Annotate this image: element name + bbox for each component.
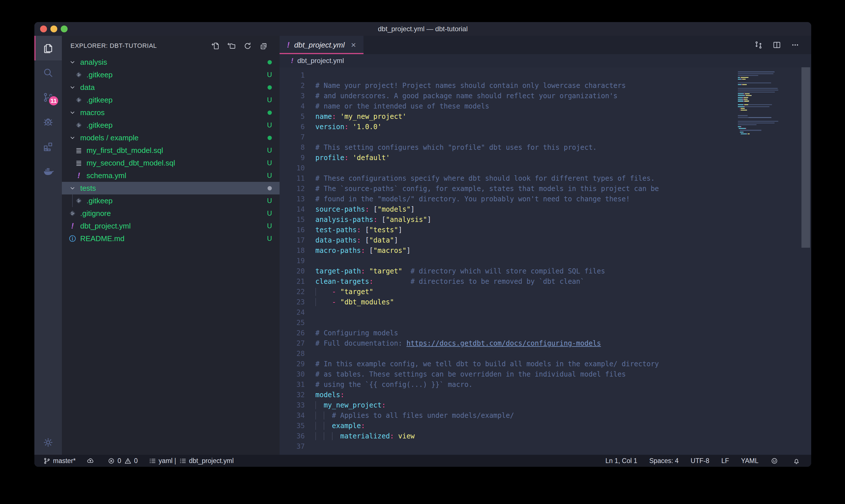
status-cursor-position[interactable]: Ln 1, Col 1 <box>606 457 637 465</box>
status-linter-status[interactable]: yaml |dbt_project.yml <box>149 457 234 465</box>
status-notifications[interactable] <box>793 457 803 465</box>
status-indentation[interactable]: Spaces: 4 <box>649 457 679 465</box>
line-number: 13 <box>280 194 305 204</box>
file-label: analysis <box>80 58 259 67</box>
file-label: my_first_dbt_model.sql <box>87 146 259 155</box>
modified-dot-badge <box>259 58 280 66</box>
explorer-icon <box>42 42 54 54</box>
file-label: .gitkeep <box>87 70 259 79</box>
tree-folder-models-example[interactable]: models / example <box>62 131 280 144</box>
code-line-32: 32models: <box>280 390 811 400</box>
new-file-icon[interactable] <box>208 39 223 52</box>
activity-extensions-icon[interactable] <box>34 134 62 159</box>
code-line-17: 17data-paths: ["data"] <box>280 235 811 246</box>
code-line-5: 5name: 'my_new_project' <box>280 111 811 122</box>
tree-folder-data[interactable]: data <box>62 81 280 94</box>
minimap[interactable] <box>738 70 798 137</box>
tree-file--gitkeep[interactable]: .gitkeepU <box>62 94 280 106</box>
activity-search-icon[interactable] <box>34 60 62 85</box>
status-text: YAML <box>741 457 758 465</box>
code-editor[interactable]: 12# Name your project! Project names sho… <box>280 67 811 455</box>
close-icon[interactable]: × <box>351 40 356 50</box>
git-untracked-badge: U <box>259 209 280 217</box>
status-eol-sequence[interactable]: LF <box>721 457 729 465</box>
yaml-warning-icon: ! <box>291 57 293 65</box>
status-encoding[interactable]: UTF-8 <box>690 457 709 465</box>
tree-file--gitignore[interactable]: .gitignoreU <box>62 207 280 220</box>
collapse-folders-icon[interactable] <box>255 39 272 52</box>
git-untracked-badge: U <box>259 71 280 79</box>
code-line-1: 1 <box>280 70 811 80</box>
code-line-31: 31# using the `{{ config(...) }}` macro. <box>280 379 811 390</box>
modified-dot-badge <box>259 83 280 91</box>
code-line-4: 4# name or the intended use of these mod… <box>280 101 811 111</box>
status-problems[interactable]: 00 <box>107 457 138 465</box>
code-line-7: 7 <box>280 132 811 142</box>
status-feedback[interactable] <box>771 457 780 465</box>
tree-file-readme-md[interactable]: README.mdU <box>62 232 280 245</box>
status-language-mode[interactable]: YAML <box>741 457 758 465</box>
activity-explorer-icon[interactable] <box>34 36 62 60</box>
line-number: 23 <box>280 297 305 307</box>
git-file-icon <box>74 70 84 79</box>
zoom-window-button[interactable] <box>61 25 68 32</box>
status-git-branch-status[interactable]: master* <box>43 457 76 465</box>
activity-source-control-icon[interactable]: 11 <box>34 85 62 110</box>
title-bar[interactable]: dbt_project.yml — dbt-tutorial <box>34 22 811 36</box>
tree-folder-analysis[interactable]: analysis <box>62 56 280 69</box>
status-publish-changes[interactable] <box>87 457 96 465</box>
tree-file-my-second-dbt-model-sql[interactable]: my_second_dbt_model.sqlU <box>62 157 280 169</box>
tree-folder-macros[interactable]: macros <box>62 106 280 119</box>
status-text: yaml | <box>159 457 176 465</box>
status-bar: master*00yaml |dbt_project.yml Ln 1, Col… <box>34 455 811 467</box>
explorer-sidebar: EXPLORER: DBT-TUTORIAL analysis.gitkeepU… <box>62 36 280 455</box>
compare-changes-icon[interactable] <box>749 38 768 52</box>
activity-docker-icon[interactable] <box>34 159 62 183</box>
warning-icon <box>124 457 134 465</box>
git-untracked-badge: U <box>259 121 280 129</box>
close-window-button[interactable] <box>40 25 47 32</box>
breadcrumb[interactable]: ! dbt_project.yml <box>280 54 811 67</box>
file-label: .gitignore <box>80 209 259 218</box>
sidebar-header: EXPLORER: DBT-TUTORIAL <box>62 36 280 56</box>
tree-folder-tests[interactable]: tests <box>62 182 280 195</box>
vscode-window: dbt_project.yml — dbt-tutorial 11 EXPLOR… <box>34 22 811 467</box>
tree-file-dbt-project-yml[interactable]: !dbt_project.ymlU <box>62 220 280 232</box>
line-number: 24 <box>280 307 305 318</box>
refresh-icon[interactable] <box>239 39 255 52</box>
scrollbar-thumb[interactable] <box>802 67 810 248</box>
docker-icon <box>42 165 54 177</box>
code-line-27: 27# Full documentation: https://docs.get… <box>280 338 811 348</box>
tree-file-schema-yml[interactable]: !schema.ymlU <box>62 169 280 182</box>
sql-file-icon <box>74 158 84 168</box>
tree-file--gitkeep[interactable]: .gitkeepU <box>62 119 280 131</box>
activity-settings-gear-icon[interactable] <box>34 430 62 455</box>
tree-file--gitkeep[interactable]: .gitkeepU <box>62 195 280 207</box>
git-file-icon <box>74 196 84 205</box>
sidebar-actions <box>208 39 272 52</box>
line-number: 4 <box>280 101 305 111</box>
modified-dot-badge <box>259 184 280 192</box>
status-text: UTF-8 <box>690 457 709 465</box>
git-untracked-badge: U <box>259 197 280 205</box>
more-actions-icon[interactable] <box>786 38 804 52</box>
line-number: 37 <box>280 441 305 452</box>
line-number: 25 <box>280 318 305 328</box>
activity-debug-icon[interactable] <box>34 110 62 134</box>
new-folder-icon[interactable] <box>223 39 239 52</box>
tree-file-my-first-dbt-model-sql[interactable]: my_first_dbt_model.sqlU <box>62 144 280 157</box>
minimize-window-button[interactable] <box>50 25 57 32</box>
tree-file--gitkeep[interactable]: .gitkeepU <box>62 69 280 81</box>
line-number: 10 <box>280 163 305 173</box>
code-line-24: 24 <box>280 307 811 318</box>
line-number: 2 <box>280 80 305 91</box>
code-line-12: 12# The `source-paths` config, for examp… <box>280 183 811 194</box>
tab-dbt-project-yml[interactable]: ! dbt_project.yml × <box>280 36 363 54</box>
line-number: 27 <box>280 338 305 348</box>
sidebar-title: EXPLORER: DBT-TUTORIAL <box>70 42 208 50</box>
file-label: dbt_project.yml <box>80 222 259 231</box>
split-editor-icon[interactable] <box>768 38 786 52</box>
line-number: 29 <box>280 359 305 369</box>
breadcrumb-label: dbt_project.yml <box>297 57 344 65</box>
status-text: LF <box>721 457 729 465</box>
